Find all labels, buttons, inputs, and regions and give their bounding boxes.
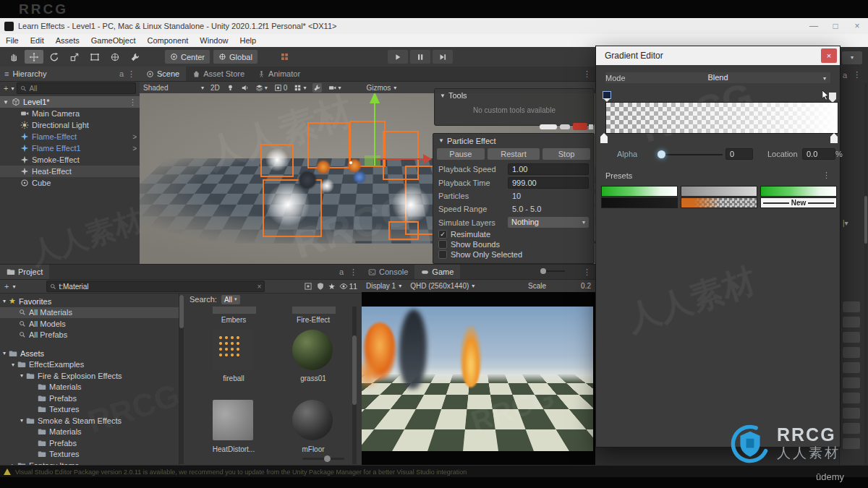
alpha-slider[interactable]: [659, 154, 723, 155]
lock-icon[interactable]: a: [843, 71, 847, 80]
tab-project[interactable]: Project: [0, 265, 49, 279]
menu-file[interactable]: File: [0, 35, 25, 46]
overlay-handle[interactable]: [540, 124, 557, 129]
space-toggle-button[interactable]: Global: [213, 50, 258, 64]
simulate-layers-dropdown[interactable]: Nothing▾: [508, 217, 589, 228]
asset-label-embers[interactable]: Embers: [194, 316, 273, 324]
preset-gradient-black[interactable]: [601, 197, 678, 208]
restart-particles-button[interactable]: Restart: [488, 148, 540, 160]
menu-window[interactable]: Window: [194, 35, 234, 46]
resolution-dropdown[interactable]: QHD (2560x1440)▾: [410, 282, 475, 290]
expander-icon[interactable]: ▾: [3, 298, 6, 304]
gizmo-y-axis[interactable]: [374, 100, 375, 166]
tree-all-prefabs[interactable]: All Prefabs: [0, 330, 179, 341]
close-button[interactable]: ×: [846, 21, 868, 31]
show-bounds-checkbox[interactable]: [438, 240, 447, 249]
alpha-key-selected[interactable]: [603, 91, 611, 99]
tree-favorites[interactable]: ▾ ★ Favorites: [0, 296, 179, 307]
layout-dropdown-icon[interactable]: |▾: [843, 219, 848, 227]
asset-thumb-fire-effect[interactable]: [292, 307, 336, 314]
show-only-selected-checkbox[interactable]: [438, 250, 447, 259]
overlay-record-handle[interactable]: [573, 123, 587, 130]
preset-gradient-gray[interactable]: [681, 186, 757, 197]
game-kebab-icon[interactable]: ⋮: [583, 267, 591, 277]
expander-icon[interactable]: ▾: [20, 417, 23, 424]
add-object-caret-icon[interactable]: ▾: [11, 85, 14, 92]
effects-dropdown[interactable]: ▾: [255, 84, 268, 92]
play-button[interactable]: [388, 50, 408, 64]
hierarchy-item-level1[interactable]: ▼ Level1* ⋮: [0, 96, 140, 108]
maximize-button[interactable]: □: [825, 21, 846, 31]
expander-icon[interactable]: ▾: [3, 350, 6, 356]
collapsed-tab[interactable]: [843, 332, 860, 343]
shield-icon[interactable]: [316, 282, 325, 291]
project-search-input[interactable]: t:Material ×: [46, 281, 265, 292]
asset-label-mfloor[interactable]: mFloor: [273, 445, 353, 453]
collapsed-tab[interactable]: [843, 347, 860, 358]
gradient-preview-strip[interactable]: [605, 102, 838, 134]
inspector-scrollbar[interactable]: [864, 83, 867, 465]
asset-thumb-fireball[interactable]: [213, 330, 253, 370]
pause-button[interactable]: [410, 50, 430, 64]
shading-mode-dropdown[interactable]: Shaded▾: [143, 84, 204, 92]
tree-fire-materials[interactable]: Materials: [0, 382, 179, 393]
tree-smoke-textures[interactable]: Textures: [0, 449, 179, 461]
hierarchy-item-heat-effect[interactable]: Heat-Effect: [0, 166, 140, 177]
hierarchy-item-flame-effect[interactable]: Flame-Effect >: [0, 131, 140, 142]
asset-thumb-grass01[interactable]: [292, 330, 333, 370]
gizmo-plane-handle[interactable]: [365, 155, 380, 166]
overlay-handle[interactable]: [560, 124, 570, 129]
menu-help[interactable]: Help: [234, 35, 262, 46]
minimize-button[interactable]: —: [803, 21, 825, 31]
tab-animator[interactable]: Animator: [251, 67, 307, 81]
hierarchy-item-main-camera[interactable]: Main Camera: [0, 108, 140, 119]
playback-speed-field[interactable]: 1.00: [508, 163, 589, 175]
asset-thumb-mfloor[interactable]: [292, 400, 333, 440]
gizmo-y-arrow-icon[interactable]: [370, 93, 380, 103]
prefab-arrow-icon[interactable]: >: [132, 133, 137, 141]
preset-gradient-green[interactable]: [601, 186, 678, 197]
tree-smoke-prefabs[interactable]: Prefabs: [0, 437, 179, 449]
collapsed-tab[interactable]: [843, 408, 860, 419]
move-tool-button[interactable]: [25, 50, 43, 64]
gizmos-dropdown[interactable]: Gizmos▾: [366, 84, 396, 92]
tree-effectexamples[interactable]: ▾ EffectExamples: [0, 359, 179, 371]
asset-label-fireball[interactable]: fireball: [194, 374, 273, 382]
color-key[interactable]: [600, 137, 608, 143]
hierarchy-item-flame-effect1[interactable]: Flame Effect1 >: [0, 142, 140, 154]
tree-smoke-materials[interactable]: Materials: [0, 427, 179, 438]
collapsed-tab[interactable]: [843, 362, 860, 373]
asset-grid-scrollbar[interactable]: [352, 307, 357, 464]
collapsed-tab[interactable]: [843, 438, 860, 449]
item-kebab-icon[interactable]: ⋮: [129, 98, 137, 107]
custom-tool-button[interactable]: [126, 50, 145, 64]
tab-asset-store[interactable]: Asset Store: [186, 67, 251, 81]
tree-fire-textures[interactable]: Textures: [0, 404, 179, 416]
location-value-field[interactable]: 0.0: [802, 148, 835, 160]
tools-expander-icon[interactable]: ▼: [440, 93, 446, 99]
preset-gradient-green2[interactable]: [760, 186, 837, 197]
tree-smoke-steam-effects[interactable]: ▾ Smoke & Steam Effects: [0, 415, 179, 427]
scene-kebab-icon[interactable]: ⋮: [583, 69, 591, 79]
create-asset-button[interactable]: +: [4, 282, 9, 291]
status-bar[interactable]: Visual Studio Editor Package version 2.0…: [0, 465, 868, 478]
audio-icon[interactable]: [241, 84, 249, 92]
tree-fire-explosion-effects[interactable]: ▾ Fire & Explosion Effects: [0, 370, 179, 382]
gizmo-x-axis[interactable]: [378, 158, 424, 160]
add-object-button[interactable]: +: [4, 84, 8, 93]
project-tree-scrollbar[interactable]: [179, 295, 184, 464]
stop-particles-button[interactable]: Stop: [542, 148, 590, 160]
collapsed-tab[interactable]: [843, 301, 860, 312]
tree-all-materials[interactable]: All Materials: [0, 307, 179, 319]
lock-icon[interactable]: a: [119, 69, 124, 78]
expander-icon[interactable]: ▼: [3, 99, 9, 106]
overlay-dropdown-button[interactable]: ▾: [842, 51, 862, 64]
hierarchy-item-cube[interactable]: Cube: [0, 177, 140, 189]
grid-visibility-dropdown[interactable]: ▾: [294, 84, 306, 92]
pivot-toggle-button[interactable]: Center: [165, 50, 210, 64]
presets-kebab-icon[interactable]: ⋮: [822, 171, 830, 180]
step-button[interactable]: [433, 50, 453, 64]
gradient-close-button[interactable]: ×: [821, 48, 837, 63]
alpha-value-field[interactable]: 0: [726, 148, 753, 160]
game-viewport[interactable]: RRCG: [362, 292, 595, 466]
